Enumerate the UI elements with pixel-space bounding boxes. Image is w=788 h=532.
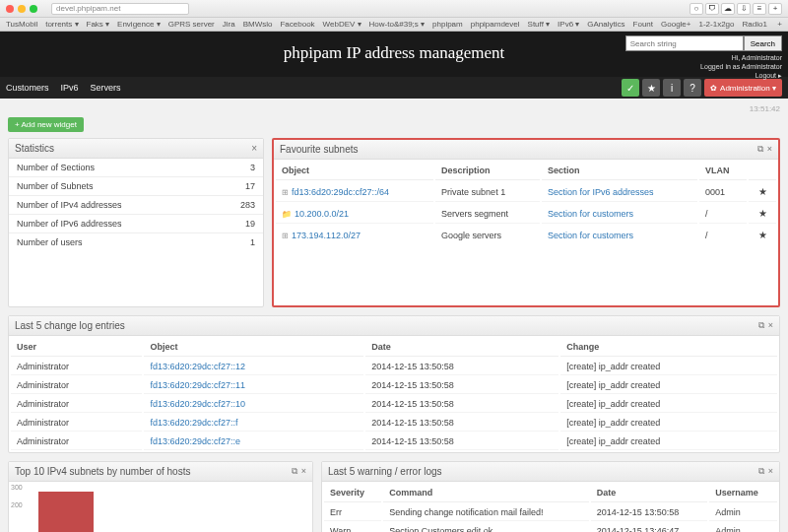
- bookmark-item[interactable]: Faks ▾: [87, 20, 110, 29]
- minimize-window-icon[interactable]: [18, 5, 26, 13]
- bookmark-item[interactable]: How-to&#39;s ▾: [369, 20, 425, 29]
- col-username: Username: [709, 484, 777, 502]
- popout-icon[interactable]: ⧉: [758, 320, 764, 331]
- col-star: [749, 162, 776, 180]
- table-row: 📁10.200.0.0/21 Servers segment Section f…: [276, 204, 776, 224]
- col-description: Description: [435, 162, 540, 180]
- bookmark-item[interactable]: Facebook: [280, 20, 314, 29]
- search-input[interactable]: [625, 35, 744, 51]
- search-button[interactable]: Search: [744, 35, 782, 51]
- cell-date: 2014-12-15 13:50:58: [591, 504, 707, 521]
- shield-icon[interactable]: ⛉: [705, 3, 719, 15]
- menu-icon[interactable]: ≡: [753, 3, 766, 15]
- star-icon[interactable]: ★: [749, 226, 776, 244]
- reader-icon[interactable]: ○: [690, 3, 703, 15]
- panel-header: Statistics ×: [9, 139, 263, 159]
- bookmark-item[interactable]: Envigence ▾: [117, 20, 161, 29]
- add-widget-button[interactable]: + Add new widget: [8, 117, 84, 132]
- help-icon[interactable]: ?: [684, 79, 701, 97]
- bookmark-item[interactable]: IPv6 ▾: [558, 20, 579, 29]
- nav-customers[interactable]: Customers: [6, 83, 49, 93]
- col-command: Command: [383, 484, 588, 502]
- info-icon[interactable]: i: [663, 79, 681, 97]
- bookmark-item[interactable]: Radio1: [743, 20, 767, 29]
- stats-value: 283: [240, 200, 255, 210]
- bookmark-item[interactable]: BMWslo: [243, 20, 273, 29]
- maximize-window-icon[interactable]: [30, 5, 37, 13]
- object-link[interactable]: fd13:6d20:29dc:cf27::f: [150, 418, 237, 428]
- stats-body: Number of Sections3 Number of Subnets17 …: [9, 159, 263, 251]
- bookmark-item[interactable]: 1-2-1x2go: [698, 20, 734, 29]
- bookmark-item[interactable]: GPRS server: [168, 20, 215, 29]
- cell-date: 2014-12-15 13:46:47: [591, 523, 707, 532]
- cell-date: 2014-12-15 13:50:58: [365, 433, 558, 450]
- bookmark-item[interactable]: Stuff ▾: [528, 20, 551, 29]
- panel-title: Last 5 change log entries: [15, 320, 125, 331]
- url-bar[interactable]: devel.phpipam.net: [51, 3, 189, 15]
- check-icon[interactable]: ✓: [622, 79, 639, 97]
- section-link[interactable]: Section for customers: [548, 209, 633, 219]
- close-icon[interactable]: ×: [301, 466, 306, 477]
- cell-severity: Warn: [324, 523, 381, 532]
- bookmark-item[interactable]: torrents ▾: [45, 20, 78, 29]
- panel-tools: ⧉×: [758, 466, 773, 477]
- cell-change: [create] ip_addr created: [560, 377, 777, 394]
- nav-servers[interactable]: Servers: [91, 83, 121, 93]
- close-icon[interactable]: ×: [768, 320, 773, 331]
- object-link[interactable]: fd13:6d20:29dc:cf27::12: [150, 362, 245, 371]
- bookmark-item[interactable]: WebDEV ▾: [323, 20, 361, 29]
- gear-icon: ✿: [710, 84, 717, 93]
- popout-icon[interactable]: ⧉: [757, 144, 763, 155]
- col-severity: Severity: [324, 484, 381, 502]
- download-icon[interactable]: ⇩: [737, 3, 751, 15]
- close-icon[interactable]: ×: [768, 466, 773, 477]
- bookmark-item[interactable]: Fount: [633, 20, 653, 29]
- popout-icon[interactable]: ⧉: [292, 466, 297, 477]
- table-header: Severity Command Date Username: [324, 484, 777, 502]
- logout-link[interactable]: Logout ▸: [700, 71, 782, 80]
- changelog-table: User Object Date Change Administratorfd1…: [9, 336, 779, 452]
- administration-button[interactable]: ✿ Administration ▾: [704, 79, 782, 97]
- bookmark-add-icon[interactable]: +: [777, 20, 782, 29]
- star-icon[interactable]: ★: [749, 204, 776, 224]
- table-row: Administratorfd13:6d20:29dc:cf27::f2014-…: [11, 415, 777, 432]
- cell-vlan: 0001: [699, 182, 747, 202]
- folder-icon: 📁: [282, 210, 292, 219]
- col-section: Section: [542, 162, 697, 180]
- bookmark-item[interactable]: TusMobil: [6, 20, 37, 29]
- object-link[interactable]: fd13:6d20:29dc:cf27::e: [150, 436, 240, 446]
- user-role: Logged in as Administrator: [700, 62, 782, 71]
- chart-bar[interactable]: [38, 492, 94, 532]
- star-icon[interactable]: ★: [642, 79, 660, 97]
- cloud-icon[interactable]: ☁: [721, 3, 735, 15]
- bookmark-item[interactable]: Jira: [223, 20, 235, 29]
- section-link[interactable]: Section for IPv6 addresses: [548, 187, 654, 197]
- section-link[interactable]: Section for customers: [548, 231, 633, 240]
- close-icon[interactable]: ×: [767, 144, 772, 155]
- stats-value: 1: [250, 237, 255, 247]
- panel-title: Last 5 warning / error logs: [328, 466, 442, 477]
- object-link[interactable]: fd13:6d20:29dc:cf27::11: [150, 380, 245, 390]
- cell-date: 2014-12-15 13:50:58: [365, 377, 558, 394]
- nav-ipv6[interactable]: IPv6: [61, 83, 79, 93]
- subnet-link[interactable]: 10.200.0.0/21: [295, 209, 349, 219]
- star-icon[interactable]: ★: [749, 182, 776, 202]
- plus-icon[interactable]: +: [768, 3, 782, 15]
- panel-header: Favourite subnets ⧉ ×: [274, 140, 778, 160]
- app-title: phpipam IP address management: [284, 43, 505, 63]
- stats-row: Number of users1: [9, 233, 263, 251]
- close-icon[interactable]: ×: [251, 143, 257, 154]
- subnet-link[interactable]: fd13:6d20:29dc:cf27::/64: [292, 187, 389, 197]
- cell-date: 2014-12-15 13:50:58: [365, 396, 558, 413]
- cell-username: Admin: [709, 504, 777, 521]
- subnet-link[interactable]: 173.194.112.0/27: [292, 231, 361, 240]
- bookmark-item[interactable]: GAnalytics: [587, 20, 624, 29]
- stats-value: 3: [250, 163, 255, 172]
- bookmark-item[interactable]: Google+: [661, 20, 690, 29]
- close-window-icon[interactable]: [6, 5, 14, 13]
- popout-icon[interactable]: ⧉: [758, 466, 764, 477]
- bookmark-item[interactable]: phpipamdevel: [471, 20, 520, 29]
- bookmark-item[interactable]: phpipam: [432, 20, 463, 29]
- object-link[interactable]: fd13:6d20:29dc:cf27::10: [150, 399, 245, 409]
- col-change: Change: [560, 338, 777, 357]
